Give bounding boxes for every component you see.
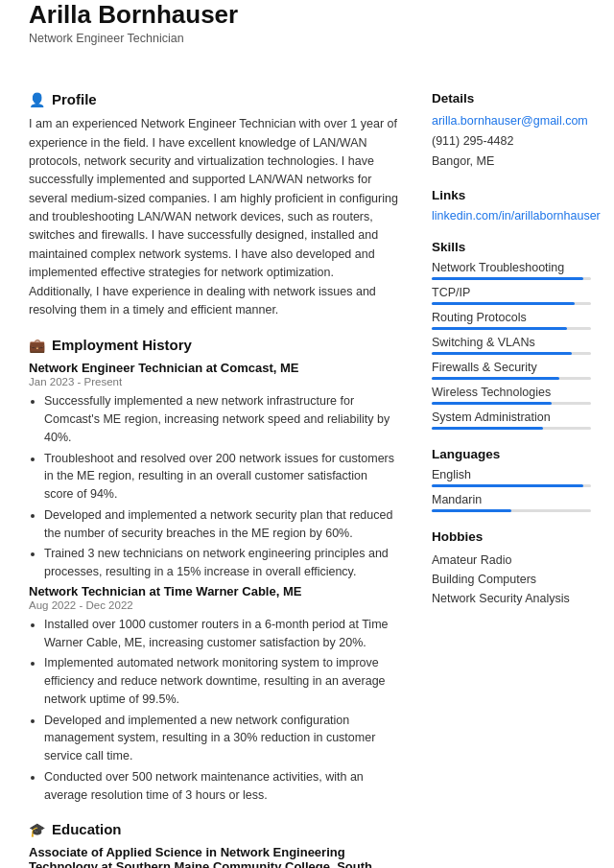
job-bullet: Troubleshoot and resolved over 200 netwo… [44, 450, 399, 504]
details-section: Details arilla.bornhauser@gmail.com (911… [432, 91, 591, 170]
job-bullet: Trained 3 new technicians on network eng… [44, 545, 399, 581]
skill-bar-fill [432, 277, 583, 280]
job-item: Network Engineer Technician at Comcast, … [29, 361, 399, 581]
profile-text: I am an experienced Network Engineer Tec… [29, 115, 399, 319]
skill-bar-fill [432, 377, 559, 380]
skill-bar-fill [432, 427, 543, 430]
skill-item: System Administration [432, 411, 591, 430]
skill-bar-bg [432, 377, 591, 380]
language-item: English [432, 468, 591, 487]
candidate-name: Arilla Bornhauser [29, 0, 591, 30]
skill-bar-fill [432, 402, 552, 405]
language-label: Mandarin [432, 493, 591, 506]
hobbies-items: Amateur RadioBuilding ComputersNetwork S… [432, 551, 591, 608]
employment-section: 💼 Employment History Network Engineer Te… [29, 337, 399, 804]
languages-section-title: Languages [432, 447, 591, 461]
job-title: Network Technician at Time Warner Cable,… [29, 584, 399, 598]
language-bar-bg [432, 484, 591, 487]
education-icon: 🎓 [29, 822, 45, 837]
skill-item: Network Troubleshooting [432, 261, 591, 280]
education-section-title: 🎓 Education [29, 821, 399, 837]
job-bullets: Successfully implemented a new network i… [29, 392, 399, 581]
employment-section-title: 💼 Employment History [29, 337, 399, 353]
job-date: Jan 2023 - Present [29, 376, 399, 387]
links-section-title: Links [432, 188, 591, 202]
skill-label: Switching & VLANs [432, 336, 591, 349]
job-bullets: Installed over 1000 customer routers in … [29, 616, 399, 805]
hobbies-section: Hobbies Amateur RadioBuilding ComputersN… [432, 529, 591, 608]
language-bar-fill [432, 484, 583, 487]
skill-bar-bg [432, 352, 591, 355]
employment-jobs: Network Engineer Technician at Comcast, … [29, 361, 399, 804]
job-bullet: Installed over 1000 customer routers in … [44, 616, 399, 652]
hobby-item: Amateur Radio [432, 551, 591, 570]
skill-item: TCP/IP [432, 286, 591, 305]
linkedin-line: linkedin.com/in/arillabornhauser [432, 209, 591, 223]
job-item: Network Technician at Time Warner Cable,… [29, 584, 399, 805]
skill-item: Switching & VLANs [432, 336, 591, 355]
skill-item: Firewalls & Security [432, 361, 591, 380]
languages-section: Languages EnglishMandarin [432, 447, 591, 512]
right-column: Details arilla.bornhauser@gmail.com (911… [422, 91, 614, 868]
skills-section-title: Skills [432, 240, 591, 254]
resume-header: Arilla Bornhauser Network Engineer Techn… [0, 0, 614, 45]
hobby-item: Network Security Analysis [432, 589, 591, 608]
job-bullet: Developed and implemented a network secu… [44, 506, 399, 543]
email-line: arilla.bornhauser@gmail.com [432, 112, 591, 129]
job-bullet: Developed and implemented a new network … [44, 712, 399, 765]
profile-section-title: 👤 Profile [29, 91, 399, 107]
skill-label: System Administration [432, 411, 591, 424]
education-section: 🎓 Education Associate of Applied Science… [29, 821, 399, 868]
location-line: Bangor, ME [432, 152, 591, 170]
skill-bar-bg [432, 402, 591, 405]
email-link[interactable]: arilla.bornhauser@gmail.com [432, 114, 588, 128]
language-item: Mandarin [432, 493, 591, 512]
language-bar-fill [432, 509, 511, 512]
skill-label: TCP/IP [432, 286, 591, 299]
education-item: Associate of Applied Science in Network … [29, 845, 399, 868]
language-bar-bg [432, 509, 591, 512]
linkedin-link[interactable]: linkedin.com/in/arillabornhauser [432, 209, 601, 223]
skill-bar-fill [432, 302, 575, 305]
hobby-item: Building Computers [432, 570, 591, 589]
edu-title: Associate of Applied Science in Network … [29, 845, 399, 868]
skill-item: Wireless Technologies [432, 386, 591, 405]
job-title: Network Engineer Technician at Comcast, … [29, 361, 399, 375]
phone-line: (911) 295-4482 [432, 132, 591, 150]
skill-label: Wireless Technologies [432, 386, 591, 399]
left-column: 👤 Profile I am an experienced Network En… [0, 91, 422, 868]
skill-bar-bg [432, 427, 591, 430]
skills-items: Network TroubleshootingTCP/IPRouting Pro… [432, 261, 591, 430]
skill-bar-fill [432, 327, 567, 330]
profile-section: 👤 Profile I am an experienced Network En… [29, 91, 399, 319]
details-section-title: Details [432, 91, 591, 106]
languages-items: EnglishMandarin [432, 468, 591, 512]
job-date: Aug 2022 - Dec 2022 [29, 599, 399, 611]
job-bullet: Conducted over 500 network maintenance a… [44, 768, 399, 805]
employment-icon: 💼 [29, 338, 45, 353]
skill-bar-bg [432, 302, 591, 305]
skill-bar-fill [432, 352, 572, 355]
skill-item: Routing Protocols [432, 311, 591, 330]
education-items: Associate of Applied Science in Network … [29, 845, 399, 868]
profile-icon: 👤 [29, 92, 45, 107]
candidate-title: Network Engineer Technician [29, 32, 591, 45]
hobbies-section-title: Hobbies [432, 529, 591, 544]
skill-bar-bg [432, 327, 591, 330]
skill-label: Routing Protocols [432, 311, 591, 324]
skill-label: Firewalls & Security [432, 361, 591, 374]
skills-section: Skills Network TroubleshootingTCP/IPRout… [432, 240, 591, 430]
job-bullet: Successfully implemented a new network i… [44, 392, 399, 446]
skill-label: Network Troubleshooting [432, 261, 591, 274]
links-section: Links linkedin.com/in/arillabornhauser [432, 188, 591, 223]
skill-bar-bg [432, 277, 591, 280]
language-label: English [432, 468, 591, 481]
job-bullet: Implemented automated network monitoring… [44, 654, 399, 708]
